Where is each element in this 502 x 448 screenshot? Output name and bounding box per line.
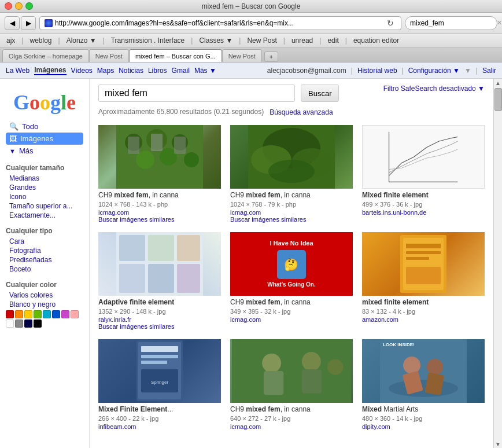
- swatch-gray[interactable]: [15, 320, 23, 328]
- image-source[interactable]: amazon.com: [362, 316, 485, 323]
- address-input[interactable]: [55, 19, 382, 27]
- address-bar[interactable]: ↻: [39, 16, 401, 30]
- svg-point-41: [327, 359, 344, 375]
- sidebar-item-todo[interactable]: 🔍 Todo: [6, 120, 83, 133]
- svg-rect-49: [425, 373, 444, 395]
- history-link[interactable]: Historial web: [357, 67, 397, 75]
- color-swatches: [6, 310, 83, 328]
- nav-gmail[interactable]: Gmail: [172, 67, 190, 75]
- minimize-button[interactable]: [15, 2, 23, 10]
- back-button[interactable]: ◀: [5, 16, 20, 30]
- sidebar-icono[interactable]: Icono: [6, 192, 83, 201]
- salir-link[interactable]: Salir: [482, 67, 496, 75]
- sidebar-grandes[interactable]: Grandes: [6, 183, 83, 192]
- bookmark-ajx[interactable]: ajx: [3, 36, 18, 45]
- svg-point-45: [389, 380, 458, 397]
- list-item[interactable]: CH9 mixed fem, in canna 640 × 272 - 27 k…: [230, 339, 353, 430]
- list-item[interactable]: Springer Mixed Finite Element... 266 × 4…: [98, 339, 221, 430]
- list-item[interactable]: LOOK INSIDE! Mixed Martial Arts 480 × 36…: [362, 339, 485, 430]
- swatch-cyan[interactable]: [43, 310, 51, 318]
- bookmark-classes[interactable]: Classes ▼: [196, 36, 235, 45]
- images-icon: 🖼: [9, 134, 17, 143]
- similar-images-link[interactable]: Buscar imágenes similares: [98, 323, 221, 330]
- swatch-dark-blue[interactable]: [24, 320, 32, 328]
- swatch-purple[interactable]: [61, 310, 69, 318]
- search-clear-icon[interactable]: ✕: [497, 19, 502, 27]
- sidebar-exactamente[interactable]: Exactamente...: [6, 211, 83, 220]
- sidebar-fotografia[interactable]: Fotografía: [6, 246, 83, 255]
- scroll-down-button[interactable]: ▼: [494, 440, 502, 448]
- swatch-green[interactable]: [34, 310, 42, 318]
- bookmark-edit[interactable]: edit: [324, 36, 341, 45]
- browser-search-input[interactable]: [410, 19, 497, 27]
- search-input[interactable]: [98, 85, 295, 102]
- tab-mixed-fem[interactable]: mixed fem – Buscar con G...: [129, 49, 222, 62]
- buscar-button[interactable]: Buscar: [301, 85, 339, 102]
- list-item[interactable]: Adaptive finite element 1352 × 290 - 148…: [98, 232, 221, 330]
- image-source[interactable]: icmag.com: [98, 209, 221, 216]
- content-area: Buscar Filtro SafeSearch desactivado ▼ A…: [90, 79, 493, 448]
- nav-videos[interactable]: Vídeos: [71, 67, 93, 75]
- nav-noticias[interactable]: Noticias: [119, 67, 143, 75]
- nav-la-web[interactable]: La Web: [6, 67, 29, 75]
- image-source[interactable]: icmag.com: [230, 423, 353, 430]
- bookmark-transmission[interactable]: Transmission . Interface: [108, 36, 188, 45]
- sidebar-item-mas[interactable]: ▼ Más: [6, 145, 83, 157]
- bookmark-new-post-1[interactable]: New Post: [244, 36, 279, 45]
- sidebar-medianas[interactable]: Medianas: [6, 174, 83, 183]
- browser-search-bar[interactable]: ✕: [405, 16, 497, 30]
- sidebar-cara[interactable]: Cara: [6, 237, 83, 246]
- scrollbar-thumb[interactable]: [494, 88, 502, 111]
- swatch-yellow[interactable]: [24, 310, 32, 318]
- new-tab-button[interactable]: +: [264, 52, 278, 62]
- list-item[interactable]: I Have No Idea 🤔 What's Going On. CH9 mi…: [230, 232, 353, 330]
- swatch-red[interactable]: [6, 310, 14, 318]
- maximize-button[interactable]: [25, 2, 33, 10]
- scrollbar[interactable]: ▲ ▼: [493, 79, 502, 448]
- nav-mas[interactable]: Más ▼: [194, 67, 216, 75]
- list-item[interactable]: Mixed finite element 499 × 376 - 36 k - …: [362, 125, 485, 223]
- image-source[interactable]: icmag.com: [230, 316, 353, 323]
- sidebar-tamano-superior[interactable]: Tamaño superior a...: [6, 201, 83, 211]
- nav-imagenes[interactable]: Imágenes: [34, 66, 66, 75]
- advanced-search-link[interactable]: Búsqueda avanzada: [270, 108, 333, 116]
- nav-maps[interactable]: Maps: [97, 67, 114, 75]
- swatch-pink[interactable]: [71, 310, 79, 318]
- bookmark-unread[interactable]: unread: [289, 36, 316, 45]
- similar-images-link[interactable]: Buscar imágenes similares: [230, 216, 353, 223]
- close-button[interactable]: [5, 2, 12, 10]
- list-item[interactable]: mixed finite element 83 × 132 - 4 k - jp…: [362, 232, 485, 330]
- reload-button[interactable]: ↻: [385, 17, 396, 29]
- image-source[interactable]: bartels.ins.uni-bonn.de: [362, 209, 485, 216]
- bookmark-equation[interactable]: equation editor: [350, 36, 402, 45]
- image-source[interactable]: ralyx.inria.fr: [98, 316, 221, 323]
- sidebar-varios-colores[interactable]: Varios colores: [6, 291, 83, 300]
- sidebar-item-imagenes[interactable]: 🖼 Imágenes: [6, 133, 83, 145]
- safesearch-label[interactable]: Filtro SafeSearch desactivado ▼: [383, 85, 485, 93]
- scroll-up-button[interactable]: ▲: [494, 79, 502, 87]
- list-item[interactable]: CH9 mixed fem, in canna 1024 × 768 - 79 …: [230, 125, 353, 223]
- list-item[interactable]: CH9 mixed fem, in canna 1024 × 768 - 143…: [98, 125, 221, 223]
- sidebar-blanco-negro[interactable]: Blanco y negro: [6, 300, 83, 309]
- bookmark-weblog[interactable]: weblog: [27, 36, 54, 45]
- swatch-blue[interactable]: [52, 310, 60, 318]
- user-email: alecjacobson@gmail.com: [267, 67, 346, 75]
- image-source[interactable]: icmag.com: [230, 209, 353, 216]
- forward-button[interactable]: ▶: [21, 16, 36, 30]
- sidebar-prediseniadas[interactable]: Prediseñadas: [6, 255, 83, 265]
- tab-new-post-1[interactable]: New Post: [89, 49, 129, 62]
- image-thumb: [362, 232, 485, 296]
- image-title: Mixed Martial Arts: [362, 405, 485, 414]
- swatch-orange[interactable]: [15, 310, 23, 318]
- tab-olga[interactable]: Olga Sorkine – homepage: [2, 49, 89, 62]
- swatch-black[interactable]: [34, 320, 42, 328]
- nav-libros[interactable]: Libros: [148, 67, 167, 75]
- tab-new-post-2[interactable]: New Post: [222, 49, 262, 62]
- config-link[interactable]: Configuración ▼: [408, 67, 460, 75]
- image-source[interactable]: dipity.com: [362, 423, 485, 430]
- similar-images-link[interactable]: Buscar imágenes similares: [98, 216, 221, 223]
- image-source[interactable]: infibeam.com: [98, 423, 221, 430]
- sidebar-boceto[interactable]: Boceto: [6, 265, 83, 274]
- bookmark-alonzo[interactable]: Alonzo ▼: [64, 36, 99, 45]
- swatch-white[interactable]: [6, 320, 14, 328]
